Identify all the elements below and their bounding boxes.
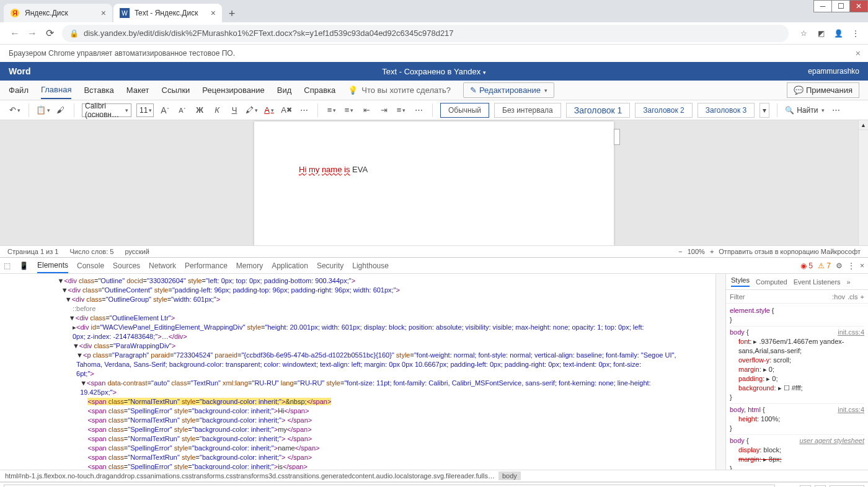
styles-filter-input[interactable] [730,293,832,301]
user-name[interactable]: epammurashko [808,67,859,76]
add-rule-icon[interactable]: + [861,293,864,301]
devtab-console[interactable]: Console [77,259,104,273]
style-nospacing[interactable]: Без интервала [494,103,561,118]
comments-button[interactable]: 💬Примечания [787,82,859,98]
url-input[interactable]: 🔒 disk.yandex.by/edit/disk/disk%2FMurash… [62,25,789,42]
search-input[interactable] [4,485,775,488]
info-close-icon[interactable]: × [856,48,861,58]
decrease-indent-button[interactable]: ⇤ [360,104,373,116]
ribbon-tab-file[interactable]: Файл [9,82,29,99]
window-close[interactable]: ✕ [849,0,868,12]
doc-title[interactable]: Text - Сохранено в Yandex ▾ [382,67,486,76]
window-minimize[interactable]: ─ [813,0,832,12]
devtab-sources[interactable]: Sources [113,259,140,273]
new-tab-button[interactable]: + [223,5,241,22]
shrink-font-button[interactable]: A˅ [176,104,188,116]
tab-close-icon[interactable]: × [211,8,216,18]
tab-close-icon[interactable]: × [101,8,106,18]
devtab-application[interactable]: Application [272,259,308,273]
styles-tab[interactable]: Styles [731,276,750,287]
back-button[interactable]: ← [6,25,24,42]
devtab-memory[interactable]: Memory [236,259,263,273]
devtools-close-icon[interactable]: × [860,261,864,270]
scrollbar[interactable]: ▲ [858,120,868,245]
zoom-in[interactable]: + [710,248,714,255]
browser-tab-1[interactable]: W Text - Яндекс.Диск × [113,4,222,22]
devtab-performance[interactable]: Performance [185,259,228,273]
ribbon-tab-insert[interactable]: Вставка [84,82,113,99]
ribbon-tab-view[interactable]: Вид [277,82,292,99]
style-heading2[interactable]: Заголовок 2 [635,103,692,118]
star-icon[interactable]: ☆ [797,27,810,40]
settings-icon[interactable]: ⚙ [836,261,843,270]
devtab-elements[interactable]: Elements [37,258,68,273]
feedback-link[interactable]: Отправить отзыв в корпорацию Майкрософт [719,248,861,255]
styles-rules[interactable]: element.style {} body { init.css:4 font:… [726,304,868,470]
underline-button[interactable]: Ч [228,104,241,116]
device-icon[interactable]: 📱 [19,261,29,270]
text-anchor-handle[interactable] [614,129,620,145]
hov-toggle[interactable]: :hov [832,293,845,301]
scroll-up-icon[interactable]: ▲ [859,120,868,130]
clear-format-button[interactable]: A✖ [280,104,293,116]
elements-breadcrumb[interactable]: html#nb-1.js.flexbox.no-touch.draganddro… [0,470,868,482]
computed-tab[interactable]: Computed [756,278,787,286]
numbering-button[interactable]: ≡▾ [343,104,355,116]
highlight-button[interactable]: 🖍▾ [246,104,258,116]
devtab-network[interactable]: Network [149,259,176,273]
document-canvas: Hi my name is EVA ▲ [0,120,868,245]
style-more[interactable]: ▾ [760,103,769,118]
devtab-lighthouse[interactable]: Lighthouse [352,259,389,273]
status-wordcount[interactable]: Число слов: 5 [69,248,113,255]
align-button[interactable]: ≡▾ [395,104,407,116]
font-color-button[interactable]: A▾ [263,104,275,116]
style-normal[interactable]: Обычный [440,103,489,118]
search-cancel-button[interactable]: Cancel [830,485,864,488]
warning-count[interactable]: ⚠ 7 [818,261,831,270]
error-count[interactable]: ◉ 5 [800,261,813,270]
eventlisteners-tab[interactable]: Event Listeners [794,278,841,286]
zoom-out[interactable]: − [678,248,682,255]
elements-tree[interactable]: ▼<div class="Outline" docid="330302604" … [0,274,715,470]
increase-indent-button[interactable]: ⇥ [378,104,390,116]
elements-scrollbar[interactable] [715,274,725,470]
search-next-button[interactable]: ˅ [815,485,826,488]
ribbon-tab-layout[interactable]: Макет [126,82,149,99]
profile-icon[interactable]: 👤 [832,27,844,40]
devtab-security[interactable]: Security [317,259,343,273]
document-page[interactable]: Hi my name is EVA [254,121,614,245]
style-heading1[interactable]: Заголовок 1 [566,103,631,118]
ribbon-tab-help[interactable]: Справка [304,82,335,99]
window-maximize[interactable]: ☐ [831,0,850,12]
font-size-select[interactable]: 11▾ [136,103,154,117]
undo-button[interactable]: ↶▾ [9,104,21,116]
styles-more-icon[interactable]: » [847,278,851,286]
more-format-button[interactable]: ⋯ [298,104,310,116]
extension-icon[interactable]: ◩ [815,27,827,40]
ribbon-tab-references[interactable]: Ссылки [162,82,190,99]
inspect-icon[interactable]: ⬚ [4,261,11,270]
devtools-menu-icon[interactable]: ⋮ [848,261,855,270]
font-name-select[interactable]: Calibri (основн…▾ [82,103,131,117]
editing-mode-button[interactable]: ✎Редактирование▾ [463,82,554,98]
more-para-button[interactable]: ⋯ [412,104,425,116]
tell-me-search[interactable]: 💡Что вы хотите сделать? [348,86,451,95]
grow-font-button[interactable]: A˄ [159,104,171,116]
bold-button[interactable]: Ж [193,104,206,116]
menu-icon[interactable]: ⋮ [849,27,862,40]
ribbon-tab-home[interactable]: Главная [41,81,71,99]
reload-button[interactable]: ⟳ [41,25,58,42]
search-prev-button[interactable]: ˄ [800,485,811,488]
browser-tab-0[interactable]: Я Яндекс.Диск × [4,4,112,22]
more-options-button[interactable]: ⋯ [830,104,842,116]
status-page[interactable]: Страница 1 из 1 [7,248,58,255]
find-button[interactable]: 🔍 Найти▾ [785,106,825,115]
ribbon-tab-review[interactable]: Рецензирование [202,82,264,99]
paste-button[interactable]: 📋▾ [37,104,49,116]
cls-toggle[interactable]: .cls [848,293,858,301]
bullets-button[interactable]: ≡▾ [326,104,338,116]
italic-button[interactable]: К [211,104,223,116]
format-painter-button[interactable]: 🖌 [54,104,66,116]
status-language[interactable]: русский [125,248,149,255]
style-heading3[interactable]: Заголовок 3 [698,103,755,118]
